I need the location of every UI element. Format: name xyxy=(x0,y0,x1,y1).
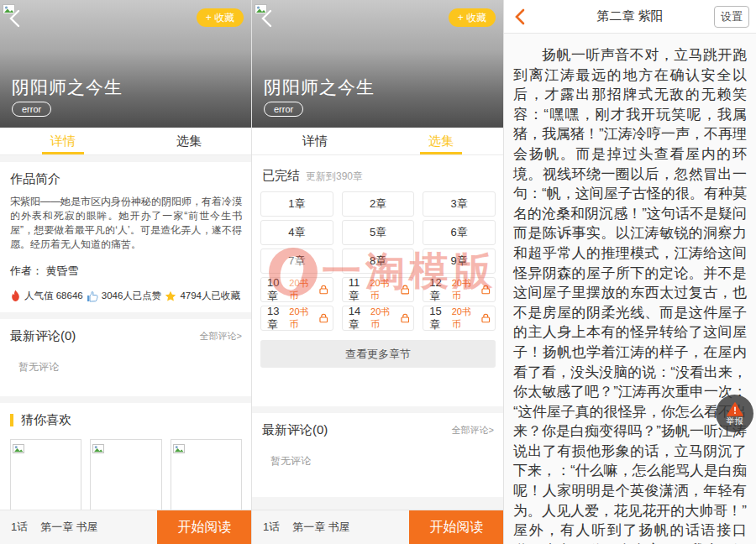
start-reading-button[interactable]: 开始阅读 xyxy=(409,510,504,544)
chapter-label: 第一章 书屋 xyxy=(40,520,98,535)
comments-section: 最新评论(0) 全部评论> 暂无评论 xyxy=(0,319,252,396)
back-icon[interactable] xyxy=(260,9,277,28)
status-badge: error xyxy=(12,102,51,117)
tab-chapters[interactable]: 选集 xyxy=(378,128,504,154)
chapter-price: 20书币 xyxy=(370,306,409,331)
book-detail-panel: + 收藏 阴阳师之今生 error 详情 选集 作品简介 宋紫阳——她是市区内身… xyxy=(0,0,252,544)
divider xyxy=(252,406,504,413)
empty-comments-text: 暂无评论 xyxy=(18,360,242,374)
all-comments-link[interactable]: 全部评论> xyxy=(452,424,494,437)
chapter-button-14[interactable]: 14章 20书币 xyxy=(342,306,415,331)
chapter-button-5[interactable]: 5章 xyxy=(342,220,415,245)
recommend-heading: 猜你喜欢 xyxy=(21,412,71,428)
favorite-button[interactable]: + 收藏 xyxy=(197,8,244,27)
broken-image-icon xyxy=(13,442,24,457)
empty-comments-text: 暂无评论 xyxy=(270,454,494,468)
reading-bottom-bar: 1话 第一章 书屋 开始阅读 xyxy=(252,510,504,544)
episode-label: 1话 xyxy=(263,520,280,535)
lock-icon xyxy=(319,285,328,295)
reader-header: 第二章 紫阳 设置 xyxy=(504,0,756,34)
chapter-button-15[interactable]: 15章 20书币 xyxy=(423,306,496,331)
chapter-button-13[interactable]: 13章 20书币 xyxy=(260,306,333,331)
chapter-button-7[interactable]: 7章 xyxy=(260,248,333,274)
tab-bar: 详情 选集 xyxy=(252,128,504,155)
back-icon[interactable] xyxy=(8,9,25,28)
divider xyxy=(0,396,252,403)
stats-row: 人气值 68646 3046人已点赞 4794人已收藏 xyxy=(10,290,242,302)
chapter-button-1[interactable]: 1章 xyxy=(260,191,333,217)
summary-heading: 作品简介 xyxy=(10,171,242,187)
report-button[interactable]: 举报 xyxy=(716,395,753,432)
divider xyxy=(0,155,252,162)
settings-button[interactable]: 设置 xyxy=(714,6,749,28)
popularity-label: 人气值 68646 xyxy=(24,290,83,302)
lock-icon xyxy=(401,313,410,323)
tab-bar: 详情 选集 xyxy=(0,128,252,155)
likes-stat: 3046人已点赞 xyxy=(87,290,162,302)
summary-section: 作品简介 宋紫阳——她是市区内身份神秘的阴阳师，有着冷漠的外表和死寂的眼眸。她开… xyxy=(0,162,252,312)
status-completed: 已完结 xyxy=(262,168,300,184)
favorite-button[interactable]: + 收藏 xyxy=(449,8,496,27)
book-cover-header: + 收藏 阴阳师之今生 error xyxy=(0,0,252,128)
heading-marker xyxy=(10,414,13,426)
spacer xyxy=(252,368,504,406)
lock-icon xyxy=(481,285,491,295)
episode-label: 1话 xyxy=(11,520,28,535)
serial-status: 已完结 更新到390章 xyxy=(252,155,504,191)
favorites-label: 4794人已收藏 xyxy=(180,290,240,302)
chapter-button-12[interactable]: 12章 20书币 xyxy=(423,277,496,302)
chapter-label: 13章 xyxy=(267,305,289,332)
comments-heading: 最新评论(0) xyxy=(10,328,76,344)
lock-icon xyxy=(401,285,410,295)
chapter-price: 20书币 xyxy=(452,277,491,302)
divider xyxy=(252,497,504,510)
chapter-list-panel: + 收藏 阴阳师之今生 error 详情 选集 已完结 更新到390章 1章 2… xyxy=(252,0,504,544)
more-chapters-button[interactable]: 查看更多章节 xyxy=(260,340,496,368)
chapter-label: 11章 xyxy=(349,276,370,304)
chapter-button-9[interactable]: 9章 xyxy=(423,248,496,274)
back-icon[interactable] xyxy=(514,8,528,26)
chapter-button-2[interactable]: 2章 xyxy=(342,191,415,217)
comments-header: 最新评论(0) 全部评论> xyxy=(262,422,494,438)
book-title: 阴阳师之今生 xyxy=(264,76,375,99)
lock-icon xyxy=(319,313,328,323)
status-updated: 更新到390章 xyxy=(306,170,363,184)
recommend-header: 猜你喜欢 xyxy=(10,412,242,428)
star-icon xyxy=(165,290,176,302)
app-screen: + 收藏 阴阳师之今生 error 详情 选集 作品简介 宋紫阳——她是市区内身… xyxy=(0,0,756,544)
reading-bottom-bar: 1话 第一章 书屋 开始阅读 xyxy=(0,510,252,544)
chapter-label: 10章 xyxy=(267,276,289,304)
tab-chapters[interactable]: 选集 xyxy=(126,128,252,154)
chapter-title: 第二章 紫阳 xyxy=(596,8,663,24)
comments-heading: 最新评论(0) xyxy=(262,422,328,438)
tab-details[interactable]: 详情 xyxy=(0,128,126,154)
chapter-price: 20书币 xyxy=(370,277,409,302)
reading-progress: 1话 第一章 书屋 xyxy=(0,520,157,535)
flame-icon xyxy=(10,290,21,302)
chapter-price: 20书币 xyxy=(289,277,328,302)
chapter-button-4[interactable]: 4章 xyxy=(260,220,333,245)
chapter-button-10[interactable]: 10章 20书币 xyxy=(260,277,333,302)
author-line: 作者： 黄昏雪 xyxy=(10,264,242,279)
all-comments-link[interactable]: 全部评论> xyxy=(200,330,242,343)
status-badge: error xyxy=(264,102,303,117)
popularity-stat: 人气值 68646 xyxy=(10,290,83,302)
book-cover-header: + 收藏 阴阳师之今生 error xyxy=(252,0,504,128)
warning-triangle-icon xyxy=(727,402,743,416)
chapter-button-11[interactable]: 11章 20书币 xyxy=(342,277,415,302)
book-title: 阴阳师之今生 xyxy=(12,76,123,99)
chapter-price: 20书币 xyxy=(452,306,491,331)
tab-details[interactable]: 详情 xyxy=(252,128,378,154)
chapter-button-3[interactable]: 3章 xyxy=(423,191,496,217)
start-reading-button[interactable]: 开始阅读 xyxy=(157,510,252,544)
reader-panel: 第二章 紫阳 设置 扬帆一听声音不对，立马跳开跑到离江涛最远的地方在确认安全以后… xyxy=(504,0,756,544)
reading-progress: 1话 第一章 书屋 xyxy=(252,520,409,535)
broken-image-icon xyxy=(92,442,104,457)
chapter-button-8[interactable]: 8章 xyxy=(342,248,415,274)
chapter-button-6[interactable]: 6章 xyxy=(423,220,496,245)
chapter-price: 20书币 xyxy=(289,306,328,331)
divider xyxy=(0,312,252,319)
chapter-label: 14章 xyxy=(349,305,370,332)
chapter-label: 12章 xyxy=(429,276,451,304)
summary-text: 宋紫阳——她是市区内身份神秘的阴阳师，有着冷漠的外表和死寂的眼眸。她开办了一家“… xyxy=(10,195,242,252)
